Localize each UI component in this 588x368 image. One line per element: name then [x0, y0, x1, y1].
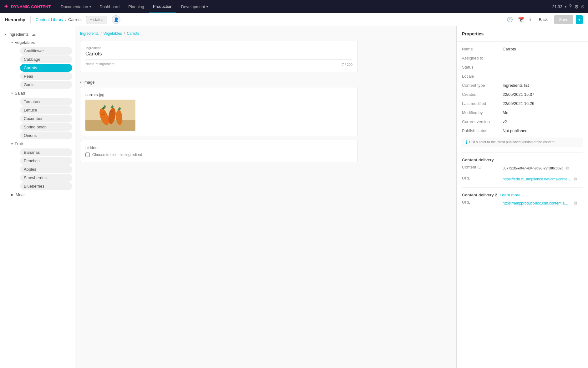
name-of-ingredient-label: Name of ingredient [85, 62, 114, 66]
content-breadcrumb: Ingredients / Vegetables / Carrots [80, 31, 358, 36]
chevron-down-icon[interactable]: ▾ [565, 5, 566, 8]
status-button[interactable]: + status [86, 16, 107, 23]
chevron-down-icon: ▾ [11, 91, 13, 95]
second-bar: Hierarchy Content Library / Carrots + st… [0, 13, 588, 26]
tree-item-cabbage[interactable]: Cabbage [20, 55, 72, 63]
tree-item-bananas[interactable]: Bananas [20, 148, 72, 156]
nav-development[interactable]: Development ▾ [177, 0, 212, 13]
prop-locale: Locale [462, 74, 583, 79]
breadcrumb-page-name[interactable]: Carrots [68, 17, 82, 22]
save-dropdown-button[interactable]: ▾ [576, 15, 583, 24]
prop-current-version: Current version v2 [462, 119, 583, 124]
history-icon[interactable]: 🕐 [505, 15, 514, 24]
prop-val-modified-by: Me [503, 110, 583, 115]
copy-url2-button[interactable]: ⧉ [573, 200, 578, 206]
tree-item-garlic[interactable]: Garlic [20, 81, 72, 89]
nav-dashboard[interactable]: Dashboard [96, 0, 124, 13]
info-icon[interactable]: ℹ [528, 15, 532, 24]
copy-content-id-button[interactable]: ⧉ [565, 165, 570, 171]
subgroup-header-vegetables[interactable]: ▾ Vegetables [6, 39, 75, 46]
tree-item-onions[interactable]: Onions [20, 132, 72, 139]
tree-item-carrots[interactable]: Carrots [20, 64, 72, 72]
content-delivery2-section: Content delivery 2 Learn more [462, 187, 583, 197]
subgroup-meat: ▶ Meat [0, 191, 75, 199]
subgroup-header-meat[interactable]: ▶ Meat [6, 191, 75, 199]
prop-val-url-row: https://cdn.c1.amplience.net/cms/content… [503, 176, 578, 182]
prop-key-content-id: Content ID [462, 165, 503, 169]
image-preview [85, 100, 135, 131]
tree-group-ingredients[interactable]: ▾ Ingredients ☁ [0, 30, 75, 39]
prop-key-url2: URL [462, 200, 503, 205]
breadcrumb-vegetables[interactable]: Vegetables [104, 31, 122, 36]
tree-item-lettuce[interactable]: Lettuce [20, 106, 72, 114]
image-section-header[interactable]: ▾ image [80, 76, 358, 87]
app-logo[interactable]: ✦ DYNAMIC CONTENT [4, 3, 51, 10]
ingredient-label: Ingredient [85, 46, 352, 50]
chevron-down-icon: ▾ [206, 5, 208, 8]
prop-val-url2-row: https://ampproduct-doc.cdn.content.ampli… [503, 200, 578, 206]
hidden-section: hidden Choose to hide this ingredient [80, 140, 358, 162]
breadcrumb-carrots[interactable]: Carrots [127, 31, 139, 36]
prop-key-content-type: Content type [462, 83, 503, 88]
prop-name: Name Carrots [462, 47, 583, 51]
chevron-down-icon: ▾ [80, 80, 82, 84]
content-area: Ingredients / Vegetables / Carrots Ingre… [75, 26, 457, 368]
properties-title: Properties [457, 26, 588, 42]
tree-item-peaches[interactable]: Peaches [20, 157, 72, 165]
prop-url2: URL https://ampproduct-doc.cdn.content.a… [462, 200, 583, 206]
chevron-down-icon: ▾ [5, 33, 7, 36]
save-button[interactable]: Save [554, 15, 573, 24]
learn-more-link[interactable]: Learn more [500, 193, 520, 197]
ingredient-input[interactable] [85, 51, 352, 57]
copy-url-button[interactable]: ⧉ [573, 176, 578, 182]
nav-planning[interactable]: Planning [124, 0, 148, 13]
nav-documentation[interactable]: Documentation ▾ [57, 0, 94, 13]
prop-val-url2[interactable]: https://ampproduct-doc.cdn.content.ampli… [503, 201, 571, 205]
prop-publish-status: Publish status Not published [462, 128, 583, 133]
tree-item-spring-onion[interactable]: Spring onion [20, 123, 72, 131]
image-section-label: image [84, 80, 94, 85]
logo-text: DYNAMIC CONTENT [11, 4, 51, 9]
prop-key-assigned-to: Assigned to [462, 56, 503, 60]
image-card: carrots.jpg [80, 87, 358, 136]
prop-assigned-to: Assigned to [462, 56, 583, 60]
back-button[interactable]: Back [535, 16, 551, 23]
subgroup-salad: ▾ Salad Tomatoes Lettuce Cucumber Spring… [0, 89, 75, 139]
chevron-down-icon: ▾ [11, 142, 13, 146]
breadcrumb-ingredients[interactable]: Ingredients [80, 31, 99, 36]
prop-key-created: Created [462, 92, 503, 97]
content-delivery-label: Content delivery [462, 158, 494, 162]
top-nav: ✦ DYNAMIC CONTENT Documentation ▾ Dashbo… [0, 0, 588, 13]
calendar-icon[interactable]: 📅 [517, 15, 525, 24]
nav-right-controls: 21:33 ▾ ? ⚙ ⎋ [552, 4, 584, 10]
subgroup-header-salad[interactable]: ▾ Salad [6, 89, 75, 97]
properties-panel: Properties Name Carrots Assigned to Stat… [457, 26, 588, 368]
subgroup-header-fruit[interactable]: ▾ Fruit [6, 140, 75, 148]
avatar-button[interactable]: 👤 [112, 15, 120, 24]
tree-item-cucumber[interactable]: Cucumber [20, 115, 72, 122]
tree-item-tomatoes[interactable]: Tomatoes [20, 98, 72, 106]
tree-item-peas[interactable]: Peas [20, 72, 72, 80]
prop-val-url[interactable]: https://cdn.c1.amplience.net/cms/content… [503, 177, 571, 181]
tree-item-apples[interactable]: Apples [20, 165, 72, 173]
tree-item-blueberries[interactable]: Blueberries [20, 182, 72, 190]
tree-item-strawberries[interactable]: Strawberries [20, 174, 72, 182]
user-icon: 👤 [114, 17, 119, 22]
group-label: Ingredients [8, 32, 28, 37]
tree-item-cauliflower[interactable]: Cauliflower [20, 47, 72, 55]
properties-content: Name Carrots Assigned to Status Locale C… [457, 42, 588, 216]
prop-last-modified: Last modified 22/05/2021 16:26 [462, 101, 583, 106]
bar-actions: 🕐 📅 ℹ Back Save ▾ [505, 15, 583, 24]
prop-modified-by: Modified by Me [462, 110, 583, 115]
breadcrumb-content-library[interactable]: Content Library [36, 17, 63, 22]
hidden-checkbox[interactable] [85, 153, 90, 157]
prop-key-current-version: Current version [462, 119, 503, 124]
logout-icon[interactable]: ⎋ [581, 4, 584, 9]
nav-production[interactable]: Production [149, 0, 176, 13]
prop-content-id: Content ID 037721f5-e047-4d4f-9d96-29f3f… [462, 165, 583, 171]
settings-icon[interactable]: ⚙ [574, 4, 579, 10]
help-icon[interactable]: ? [569, 4, 572, 9]
url-info-note: ℹ URLs point to the latest published ver… [462, 137, 583, 147]
subgroup-vegetables: ▾ Vegetables Cauliflower Cabbage Carrots… [0, 39, 75, 89]
prop-val-content-type: Ingredients list [503, 83, 583, 88]
